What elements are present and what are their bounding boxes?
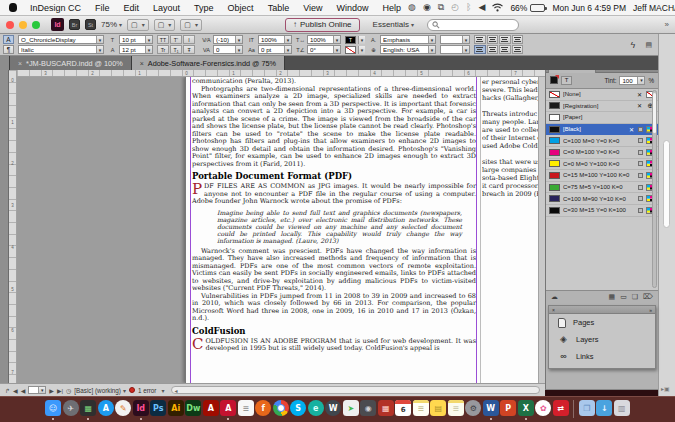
type-case-button[interactable]: Tr [157, 45, 169, 54]
horizontal-scale-select[interactable]: 100% [307, 35, 341, 44]
dock-icon[interactable]: A [220, 400, 236, 416]
justify-last-center-button[interactable] [487, 45, 499, 54]
document-tab[interactable]: × *JM-BUSCARD.indd @ 100% [10, 56, 132, 70]
document-vertical-scrollbar[interactable] [538, 77, 545, 383]
extra-select-2[interactable] [440, 45, 470, 54]
character-style-select[interactable]: Emphasis [380, 35, 436, 44]
close-window-button[interactable] [6, 21, 14, 29]
workspace-switcher[interactable]: Essentials [373, 20, 414, 29]
dock-icon[interactable]: e [308, 400, 324, 416]
new-group-icon[interactable]: ▭ [620, 293, 627, 301]
align-center-button[interactable] [487, 35, 499, 44]
document-tab[interactable]: × Adobe-Software-Forensics.indd @ 75% [132, 56, 285, 70]
justify-last-left-button[interactable] [512, 35, 524, 44]
preflight-profile-menu[interactable]: [Basic] (working) [74, 387, 126, 394]
next-page-button[interactable]: ▶ [49, 387, 54, 394]
new-swatch-icon[interactable]: ❏ [632, 293, 638, 301]
view-options-button[interactable] [127, 19, 149, 31]
dock-icon[interactable]: ➤ [343, 400, 359, 416]
menu-item[interactable]: Window [330, 3, 376, 13]
time-machine-icon[interactable]: ◍ [408, 3, 416, 12]
swatch-views-icon[interactable]: ▦ [609, 293, 616, 301]
close-panel-icon[interactable]: × [552, 307, 555, 313]
swatch-row[interactable]: C=30 M=15 Y=0 K=100 ✕ [546, 205, 658, 217]
leading-select[interactable]: 12 pt [119, 45, 153, 54]
page-jump-icon[interactable]: ↱ [5, 387, 10, 394]
dock-icon[interactable]: A [98, 400, 114, 416]
dock-icon[interactable]: ✈ [63, 400, 79, 416]
dock-icon[interactable]: 6 [395, 400, 411, 416]
close-tab-icon[interactable]: × [18, 60, 22, 67]
zoom-window-button[interactable] [32, 21, 40, 29]
menu-item[interactable]: Help [376, 3, 409, 13]
dock-icon[interactable]: Ai [168, 400, 184, 416]
text-fill-button[interactable]: T [561, 76, 572, 85]
dock-icon[interactable]: ✎ [115, 400, 131, 416]
app-search-box[interactable] [427, 19, 519, 31]
justify-last-right-button[interactable] [499, 45, 511, 54]
dock-icon[interactable]: f [255, 400, 271, 416]
swatches-scrollbar[interactable] [652, 90, 657, 288]
dock-icon[interactable]: ▦ [80, 400, 96, 416]
font-family-select[interactable]: O_ChronicleDisplay [18, 35, 104, 44]
previous-page-button[interactable]: ◀ [21, 387, 26, 394]
fill-color-arrow-icon[interactable] [358, 36, 365, 44]
dock-icon[interactable]: S [290, 400, 306, 416]
stroke-color-arrow-icon[interactable] [358, 46, 365, 54]
dock-icon[interactable]: ▤ [430, 400, 446, 416]
swatch-row[interactable]: [Paper] ✕ [546, 112, 658, 124]
color-theme-icon[interactable]: ☁ [551, 293, 558, 301]
dock-icon[interactable]: A [203, 400, 219, 416]
tint-select[interactable]: 100 [619, 76, 645, 85]
vertical-ruler[interactable]: 01234567 [9, 70, 17, 383]
dock-icon[interactable]: ☺ [45, 400, 61, 416]
language-select[interactable]: English: USA [380, 45, 436, 54]
swatch-row[interactable]: [Registration] ✕ [546, 101, 658, 113]
font-size-select[interactable]: 10 pt [119, 35, 153, 44]
apple-menu-icon[interactable] [9, 3, 17, 12]
publish-online-button[interactable]: Publish Online [285, 18, 360, 32]
toolbar-overflow-chevron[interactable]: » [665, 20, 669, 29]
vertical-scale-select[interactable]: 100% [258, 35, 292, 44]
baseline-shift-select[interactable]: 0 pt [258, 45, 292, 54]
swatch-row[interactable]: C=15 M=100 Y=100 K=0 ✕ [546, 170, 658, 182]
type-case-button[interactable]: Ŧ [183, 45, 195, 54]
type-case-button[interactable]: TT [157, 35, 169, 44]
first-page-button[interactable]: ◀ [13, 387, 18, 394]
dock-icon[interactable]: X [518, 400, 534, 416]
menu-item[interactable]: Layout [146, 3, 187, 13]
dock-icon[interactable]: ↓ [596, 400, 612, 416]
stock-icon[interactable]: St [85, 19, 96, 30]
dock-icon[interactable]: ≡ [448, 400, 464, 416]
dock-icon[interactable]: ⇄ [553, 400, 569, 416]
search-input[interactable] [443, 21, 511, 28]
character-formatting-button[interactable]: A [3, 35, 14, 44]
delete-swatch-icon[interactable]: ⌦ [643, 293, 653, 301]
stroke-color-swatch[interactable] [345, 46, 356, 54]
quick-apply-icon[interactable]: ϟ [631, 40, 636, 50]
menu-item[interactable]: Type [187, 3, 221, 13]
menu-item[interactable]: File [88, 3, 117, 13]
paragraph-formatting-button[interactable]: ¶ [3, 45, 14, 54]
menu-item[interactable]: InDesign CC [23, 3, 88, 13]
page1-text-frame[interactable]: communication (Peralta, 2013). Photograp… [192, 78, 476, 353]
background-scrollbar-thumb[interactable] [663, 140, 670, 228]
font-style-select[interactable]: Italic [18, 45, 104, 54]
align-right-button[interactable] [499, 35, 511, 44]
page2-text-frame[interactable]: er personal cybersevere. This leads toha… [482, 78, 545, 198]
dock-icon[interactable]: ◉ [360, 400, 376, 416]
arrange-documents-button[interactable] [180, 19, 202, 31]
menu-item[interactable]: Object [221, 3, 261, 13]
justify-full-button[interactable] [512, 45, 524, 54]
preflight-error-count[interactable]: 1 error [138, 387, 157, 394]
tracking-select[interactable]: 0 [213, 45, 243, 54]
dock-icon[interactable]: ≡ [413, 400, 429, 416]
panel-button[interactable]: Pages [549, 314, 655, 331]
wifi-icon[interactable] [492, 3, 503, 12]
dock-icon[interactable]: ≡ [238, 400, 254, 416]
kerning-select[interactable]: (-10) [213, 35, 243, 44]
fill-indicator-icon[interactable] [550, 76, 558, 84]
swatch-row[interactable]: C=100 M=0 Y=0 K=0 ✕ [546, 135, 658, 147]
last-page-button[interactable]: ▶| [57, 387, 63, 394]
close-tab-icon[interactable]: × [140, 60, 144, 67]
